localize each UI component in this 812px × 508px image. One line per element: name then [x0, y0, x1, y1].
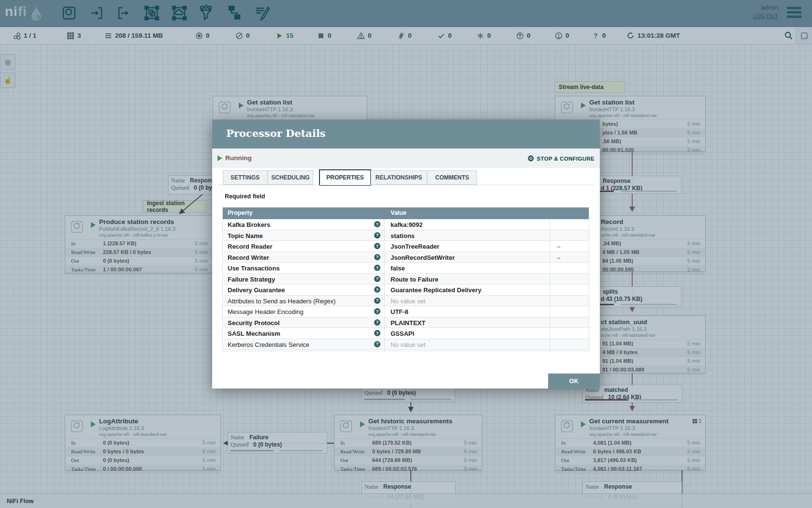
dialog-title: Processor Details — [226, 127, 326, 139]
property-value-cell: GSSAPI — [385, 328, 550, 339]
property-row-record-reader: Record Reader?JsonTreeReader→ — [223, 241, 589, 252]
property-row-failure-strategy: Failure Strategy?Route to Failure — [223, 274, 589, 285]
value-column-header: Value — [391, 209, 406, 216]
property-name-cell: Kerberos Credentials Service? — [223, 339, 385, 350]
help-icon[interactable]: ? — [374, 243, 380, 249]
property-action-cell — [550, 306, 589, 317]
property-name-cell: Kerberos User Service? — [223, 350, 385, 351]
properties-table: Property Value Kafka Brokers?kafka:9092T… — [222, 207, 589, 351]
help-icon[interactable]: ? — [374, 265, 380, 271]
property-row-sasl-mechanism: SASL Mechanism?GSSAPI — [223, 328, 589, 339]
property-name-cell: Message Header Encoding? — [223, 306, 385, 317]
property-name-cell: Use Transactions? — [223, 263, 385, 273]
property-row-attributes-to-send-as-headers-regex-: Attributes to Send as Headers (Regex)?No… — [223, 296, 589, 307]
help-icon[interactable]: ? — [374, 298, 380, 304]
property-row-use-transactions: Use Transactions?false — [223, 263, 589, 274]
property-row-topic-name: Topic Name?stations — [223, 230, 589, 241]
property-value-cell: false — [385, 263, 550, 273]
go-to-service-icon[interactable]: → — [555, 242, 562, 250]
property-name-cell: Topic Name? — [223, 230, 385, 241]
tab-scheduling[interactable]: SCHEDULING — [268, 170, 313, 185]
property-action-cell — [550, 296, 589, 306]
go-to-service-icon[interactable]: → — [555, 253, 562, 261]
help-icon[interactable]: ? — [374, 232, 380, 239]
processor-status: Running — [225, 154, 252, 162]
property-value-cell: PLAINTEXT — [385, 317, 550, 328]
tab-relationships[interactable]: RELATIONSHIPS — [371, 170, 427, 185]
property-action-cell — [550, 230, 589, 241]
property-name-cell: Failure Strategy? — [223, 274, 385, 284]
dialog-status-row: Running ⚙ STOP & CONFIGURE — [212, 149, 600, 168]
property-action-cell — [550, 339, 589, 350]
tab-comments[interactable]: COMMENTS — [427, 170, 477, 185]
dialog-header: Processor Details — [212, 120, 600, 149]
property-name-cell: Security Protocol? — [223, 317, 385, 328]
property-row-message-header-encoding: Message Header Encoding?UTF-8 — [223, 306, 589, 317]
property-value-cell: No value set — [385, 339, 550, 350]
help-icon[interactable]: ? — [374, 286, 380, 293]
property-action-cell — [550, 263, 589, 273]
property-column-header: Property — [228, 209, 252, 216]
property-row-kerberos-user-service: Kerberos User Service?No value set — [223, 350, 589, 351]
property-value-cell: Route to Failure — [385, 274, 550, 284]
property-value-cell: No value set — [385, 350, 550, 351]
property-action-cell — [550, 328, 589, 339]
property-name-cell: Delivery Guarantee? — [223, 284, 385, 295]
help-icon[interactable]: ? — [374, 319, 380, 326]
tab-settings[interactable]: SETTINGS — [223, 170, 267, 185]
nifi-application: nifi admin LOG OUT 1 / 13208 / 159.11 MB… — [0, 0, 812, 508]
tab-properties[interactable]: PROPERTIES — [319, 169, 371, 186]
ok-button[interactable]: OK — [548, 374, 600, 388]
property-value-cell: stations — [385, 230, 550, 241]
property-value-cell: No value set — [385, 296, 550, 306]
processor-details-dialog: Processor Details Running ⚙ STOP & CONFI… — [212, 120, 600, 388]
property-action-cell — [550, 317, 589, 328]
property-row-kafka-brokers: Kafka Brokers?kafka:9092 — [223, 219, 589, 230]
property-action-cell — [550, 219, 589, 230]
property-action-cell — [550, 284, 589, 295]
gear-icon: ⚙ — [527, 154, 535, 163]
property-row-kerberos-credentials-service: Kerberos Credentials Service?No value se… — [223, 339, 589, 350]
help-icon[interactable]: ? — [374, 330, 380, 336]
property-row-security-protocol: Security Protocol?PLAINTEXT — [223, 317, 589, 329]
property-name-cell: SASL Mechanism? — [223, 328, 385, 339]
property-value-cell: kafka:9092 — [385, 219, 550, 230]
property-value-cell: UTF-8 — [385, 306, 550, 317]
stop-and-configure-button[interactable]: ⚙ STOP & CONFIGURE — [527, 154, 594, 163]
property-action-cell: → — [550, 241, 589, 252]
property-name-cell: Record Reader? — [223, 241, 385, 252]
help-icon[interactable]: ? — [374, 221, 380, 227]
property-name-cell: Kafka Brokers? — [223, 219, 385, 230]
property-value-cell: JsonTreeReader — [385, 241, 550, 252]
tabs-divider — [218, 185, 594, 185]
property-row-record-writer: Record Writer?JsonRecordSetWriter→ — [223, 252, 589, 263]
help-icon[interactable]: ? — [374, 308, 380, 314]
property-name-cell: Attributes to Send as Headers (Regex)? — [223, 296, 385, 306]
help-icon[interactable]: ? — [374, 276, 380, 282]
property-action-cell — [550, 350, 589, 351]
help-icon[interactable]: ? — [374, 254, 380, 260]
property-value-cell: Guarantee Replicated Delivery — [385, 284, 550, 295]
property-row-delivery-guarantee: Delivery Guarantee?Guarantee Replicated … — [223, 284, 589, 296]
property-value-cell: JsonRecordSetWriter — [385, 252, 550, 263]
property-action-cell: → — [550, 252, 589, 263]
help-icon[interactable]: ? — [374, 341, 380, 347]
property-name-cell: Record Writer? — [223, 252, 385, 263]
property-action-cell — [550, 274, 589, 284]
required-field-label: Required field — [225, 193, 265, 200]
properties-table-header: Property Value — [223, 208, 589, 219]
running-icon — [218, 155, 222, 161]
